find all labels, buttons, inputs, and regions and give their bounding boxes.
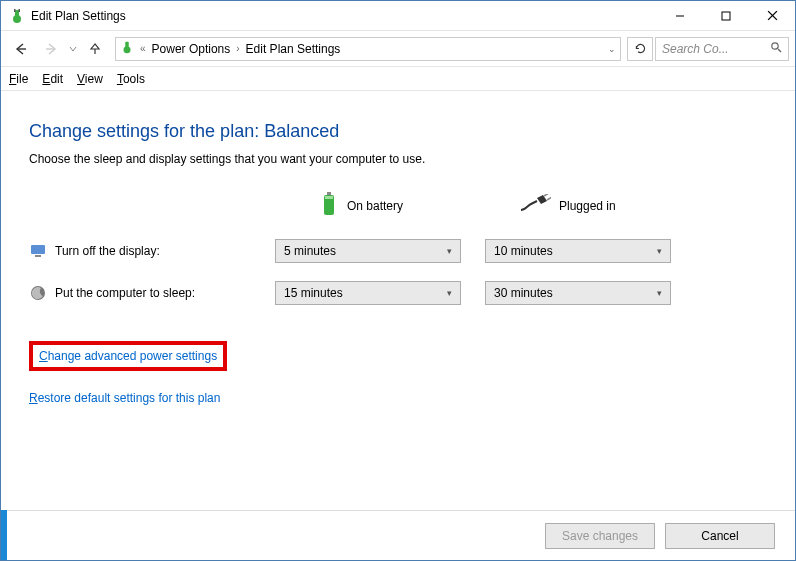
minimize-button[interactable]	[657, 1, 703, 31]
page-title: Change settings for the plan: Balanced	[29, 121, 767, 142]
address-bar[interactable]: « Power Options › Edit Plan Settings ⌄	[115, 37, 621, 61]
change-advanced-link[interactable]: CChange advanced power settingshange adv…	[39, 349, 217, 363]
sleep-label: Put the computer to sleep:	[55, 286, 195, 300]
svg-rect-3	[19, 9, 21, 12]
cancel-button[interactable]: Cancel	[665, 523, 775, 549]
menu-file[interactable]: File	[9, 72, 28, 86]
turn-off-display-label: Turn off the display:	[55, 244, 160, 258]
chevron-right-icon: ›	[236, 43, 239, 54]
sleep-icon	[29, 284, 47, 302]
chevron-down-icon: ▾	[657, 246, 662, 256]
battery-icon	[319, 190, 339, 221]
menu-tools[interactable]: Tools	[117, 72, 145, 86]
forward-button[interactable]	[37, 35, 65, 63]
search-input[interactable]: Search Co...	[655, 37, 789, 61]
address-dropdown-icon[interactable]: ⌄	[608, 44, 616, 54]
svg-rect-12	[125, 42, 129, 47]
up-button[interactable]	[81, 35, 109, 63]
accent-bar	[1, 510, 7, 560]
svg-rect-20	[31, 245, 45, 254]
footer: Save changes Cancel	[1, 510, 795, 560]
display-battery-dropdown[interactable]: 5 minutes ▾	[275, 239, 461, 263]
svg-point-0	[13, 15, 21, 23]
svg-point-11	[124, 46, 131, 53]
maximize-button[interactable]	[703, 1, 749, 31]
page-description: Choose the sleep and display settings th…	[29, 152, 767, 166]
menu-edit[interactable]: Edit	[42, 72, 63, 86]
back-button[interactable]	[7, 35, 35, 63]
power-options-icon	[9, 8, 25, 24]
on-battery-label: On battery	[347, 199, 403, 213]
display-plugged-value: 10 minutes	[494, 244, 553, 258]
svg-point-13	[772, 43, 778, 49]
window-title: Edit Plan Settings	[31, 9, 126, 23]
svg-rect-5	[722, 12, 730, 20]
chevron-left-icon: «	[140, 43, 146, 54]
refresh-button[interactable]	[627, 37, 653, 61]
history-chevron-icon[interactable]	[67, 42, 79, 56]
search-icon	[770, 41, 782, 56]
window-frame: Edit Plan Settings « Power	[0, 0, 796, 561]
svg-rect-21	[35, 255, 41, 257]
navbar: « Power Options › Edit Plan Settings ⌄ S…	[1, 31, 795, 67]
sleep-plugged-value: 30 minutes	[494, 286, 553, 300]
restore-defaults-link[interactable]: Restore default settings for this plan	[29, 391, 767, 405]
content-area: Change settings for the plan: Balanced C…	[1, 91, 795, 415]
menubar: File Edit View Tools	[1, 67, 795, 91]
plugged-in-label: Plugged in	[559, 199, 616, 213]
titlebar: Edit Plan Settings	[1, 1, 795, 31]
sleep-battery-dropdown[interactable]: 15 minutes ▾	[275, 281, 461, 305]
breadcrumb-edit-plan[interactable]: Edit Plan Settings	[246, 42, 341, 56]
menu-view[interactable]: View	[77, 72, 103, 86]
svg-rect-1	[15, 10, 19, 16]
highlight-annotation: CChange advanced power settingshange adv…	[29, 341, 227, 371]
plug-icon	[519, 194, 551, 217]
chevron-down-icon: ▾	[657, 288, 662, 298]
column-plugged-in: Plugged in	[475, 194, 675, 217]
svg-rect-2	[14, 9, 16, 12]
column-on-battery: On battery	[275, 190, 475, 221]
chevron-down-icon: ▾	[447, 288, 452, 298]
power-options-small-icon	[120, 40, 134, 57]
chevron-down-icon: ▾	[447, 246, 452, 256]
search-placeholder: Search Co...	[662, 42, 729, 56]
display-battery-value: 5 minutes	[284, 244, 336, 258]
breadcrumb-power-options[interactable]: Power Options	[152, 42, 231, 56]
display-plugged-dropdown[interactable]: 10 minutes ▾	[485, 239, 671, 263]
display-icon	[29, 242, 47, 260]
save-button[interactable]: Save changes	[545, 523, 655, 549]
svg-line-14	[778, 49, 781, 52]
svg-rect-17	[325, 196, 333, 199]
close-button[interactable]	[749, 1, 795, 31]
svg-rect-16	[327, 192, 331, 195]
svg-line-18	[544, 194, 549, 196]
sleep-battery-value: 15 minutes	[284, 286, 343, 300]
sleep-plugged-dropdown[interactable]: 30 minutes ▾	[485, 281, 671, 305]
svg-line-19	[547, 197, 551, 200]
